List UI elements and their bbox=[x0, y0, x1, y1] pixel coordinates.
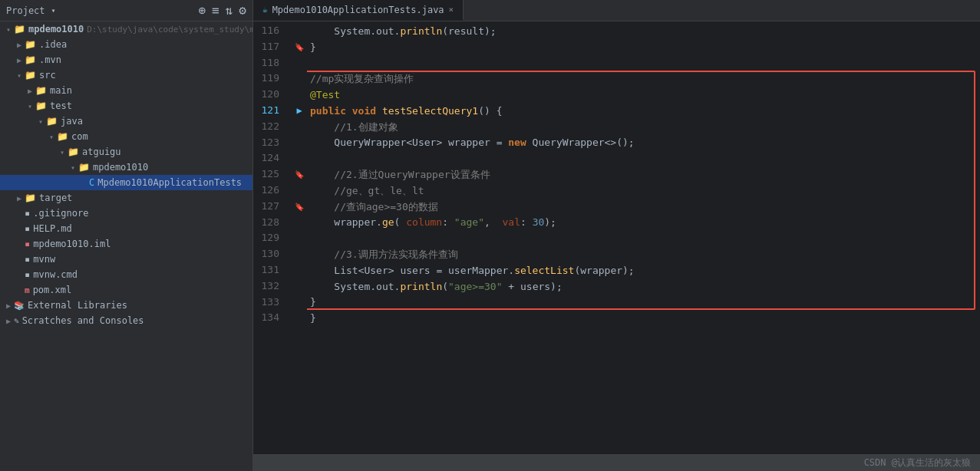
code-line-134: } bbox=[307, 310, 980, 326]
md-icon: ▪ bbox=[25, 223, 30, 234]
watermark-label: CSDN @认真生活的灰太狼 bbox=[864, 456, 971, 469]
sidebar-item-iml[interactable]: ▶ ▪ mpdemo1010.iml bbox=[0, 236, 252, 252]
folder-icon: 📁 bbox=[14, 24, 25, 35]
code-lines: System.out.println(result); } //mp实现复杂查询… bbox=[307, 23, 980, 326]
settings-icon[interactable]: ⚙ bbox=[239, 3, 246, 18]
editor-gutter: 🔖 ▶ 🔖 🔖 bbox=[292, 21, 307, 454]
sidebar-item-mvnw[interactable]: ▶ ▪ mvnw bbox=[0, 252, 252, 267]
highlight-wrapper: //mp实现复杂查询操作 @Test public void testSelec… bbox=[307, 71, 980, 310]
expand-arrow-target: ▶ bbox=[14, 194, 25, 203]
code-line-120: @Test bbox=[307, 87, 980, 103]
code-line-130: //3.调用方法实现条件查询 bbox=[307, 246, 980, 262]
folder-icon-idea: 📁 bbox=[25, 39, 36, 50]
sidebar-item-com[interactable]: ▾ 📁 com bbox=[0, 129, 252, 144]
code-line-131: List<User> users = userMapper.selectList… bbox=[307, 262, 980, 278]
scratch-icon: ✎ bbox=[14, 316, 19, 326]
sidebar-item-extlib[interactable]: ▶ 📚 External Libraries bbox=[0, 298, 252, 313]
iml-icon: ▪ bbox=[25, 239, 30, 249]
path-label: D:\study\java\code\system_study\mpd bbox=[87, 25, 253, 35]
code-editor[interactable]: 116 117 118 119 120 121 122 123 124 125 … bbox=[253, 21, 980, 454]
sidebar-icons: ⊕ ≡ ⇅ ⚙ bbox=[198, 3, 246, 18]
folder-icon-target: 📁 bbox=[25, 193, 36, 203]
dropdown-icon[interactable]: ▾ bbox=[51, 6, 56, 15]
bookmark-117: 🔖 bbox=[295, 43, 304, 51]
code-line-123: QueryWrapper<User> wrapper = new QueryWr… bbox=[307, 135, 980, 151]
sidebar-item-pom[interactable]: ▶ m pom.xml bbox=[0, 282, 252, 298]
add-icon[interactable]: ⊕ bbox=[198, 3, 206, 18]
code-line-117: } bbox=[307, 39, 980, 55]
bookmark-127: 🔖 bbox=[295, 203, 304, 211]
code-line-118 bbox=[307, 55, 980, 71]
top-bar: Project ▾ ⊕ ≡ ⇅ ⚙ ☕ Mpdemo1010Applicatio… bbox=[0, 0, 980, 21]
sidebar-item-help[interactable]: ▶ ▪ HELP.md bbox=[0, 221, 252, 236]
code-line-116: System.out.println(result); bbox=[307, 23, 980, 39]
sidebar-item-mpdemo1010[interactable]: ▾ 📁 mpdemo1010 D:\study\java\code\system… bbox=[0, 21, 252, 37]
sidebar-item-main[interactable]: ▶ 📁 main bbox=[0, 83, 252, 98]
folder-icon-atguigu: 📁 bbox=[68, 147, 79, 157]
mvnwcmd-icon: ▪ bbox=[25, 269, 30, 280]
code-line-121: public void testSelectQuery1() { bbox=[307, 103, 980, 119]
tab-filename: Mpdemo1010ApplicationTests.java bbox=[272, 5, 444, 15]
project-label[interactable]: Project bbox=[6, 5, 45, 16]
pom-icon: m bbox=[25, 285, 30, 295]
folder-icon-test: 📁 bbox=[35, 100, 47, 111]
expand-arrow-scratch: ▶ bbox=[3, 317, 14, 325]
mvnw-icon: ▪ bbox=[25, 254, 30, 265]
project-sidebar: ▾ 📁 mpdemo1010 D:\study\java\code\system… bbox=[0, 21, 253, 471]
structure-icon[interactable]: ≡ bbox=[212, 3, 219, 18]
sidebar-item-gitignore[interactable]: ▶ ▪ .gitignore bbox=[0, 206, 252, 221]
expand-arrow-src: ▾ bbox=[14, 71, 25, 80]
expand-arrow-com: ▾ bbox=[46, 133, 57, 141]
expand-arrow-extlib: ▶ bbox=[3, 301, 14, 310]
sidebar-item-test-file[interactable]: ▶ C Mpdemo1010ApplicationTests bbox=[0, 175, 252, 190]
expand-arrow-pkg: ▾ bbox=[68, 163, 78, 172]
folder-icon-pkg: 📁 bbox=[78, 162, 90, 173]
expand-arrow-idea: ▶ bbox=[14, 41, 25, 49]
expand-arrow-test: ▾ bbox=[25, 102, 35, 110]
code-line-124 bbox=[307, 150, 980, 166]
sort-icon[interactable]: ⇅ bbox=[226, 3, 233, 18]
sidebar-item-test[interactable]: ▾ 📁 test bbox=[0, 98, 252, 114]
run-icon-121[interactable]: ▶ bbox=[296, 105, 302, 116]
code-line-133: } bbox=[307, 295, 980, 311]
sidebar-item-scratch[interactable]: ▶ ✎ Scratches and Consoles bbox=[0, 313, 252, 328]
java-file-icon-sidebar: C bbox=[89, 177, 94, 188]
tab-bar: ☕ Mpdemo1010ApplicationTests.java × bbox=[253, 0, 980, 21]
expand-arrow-atguigu: ▾ bbox=[57, 148, 68, 156]
code-line-119: //mp实现复杂查询操作 bbox=[307, 71, 980, 87]
sidebar-item-mvnwcmd[interactable]: ▶ ▪ mvnw.cmd bbox=[0, 267, 252, 282]
code-line-126: //ge、gt、le、lt bbox=[307, 183, 980, 199]
code-content[interactable]: System.out.println(result); } //mp实现复杂查询… bbox=[307, 21, 980, 454]
expand-arrow-main: ▶ bbox=[25, 87, 35, 95]
gitignore-icon: ▪ bbox=[25, 208, 30, 219]
line-numbers: 116 117 118 119 120 121 122 123 124 125 … bbox=[253, 21, 292, 454]
expand-arrow: ▾ bbox=[3, 25, 14, 34]
tab-close-button[interactable]: × bbox=[449, 5, 454, 15]
code-editor-area: 116 117 118 119 120 121 122 123 124 125 … bbox=[253, 21, 980, 471]
folder-icon-java: 📁 bbox=[46, 116, 58, 127]
folder-icon-src: 📁 bbox=[25, 70, 36, 81]
main-area: ▾ 📁 mpdemo1010 D:\study\java\code\system… bbox=[0, 21, 980, 471]
folder-icon-mvn: 📁 bbox=[25, 54, 36, 65]
sidebar-item-atguigu[interactable]: ▾ 📁 atguigu bbox=[0, 144, 252, 160]
bottom-bar: CSDN @认真生活的灰太狼 bbox=[253, 454, 980, 471]
sidebar-item-mpdemo1010-pkg[interactable]: ▾ 📁 mpdemo1010 bbox=[0, 160, 252, 175]
folder-icon-com: 📁 bbox=[57, 131, 68, 142]
sidebar-header: Project ▾ ⊕ ≡ ⇅ ⚙ bbox=[0, 0, 253, 21]
sidebar-item-idea[interactable]: ▶ 📁 .idea bbox=[0, 37, 252, 52]
sidebar-item-target[interactable]: ▶ 📁 target bbox=[0, 190, 252, 206]
java-file-icon: ☕ bbox=[262, 5, 268, 15]
folder-icon-main: 📁 bbox=[35, 85, 47, 96]
code-line-128: wrapper.ge( column: "age", val: 30); bbox=[307, 215, 980, 231]
bookmark-125: 🔖 bbox=[295, 170, 304, 179]
sidebar-item-java[interactable]: ▾ 📁 java bbox=[0, 114, 252, 129]
sidebar-item-mvn[interactable]: ▶ 📁 .mvn bbox=[0, 52, 252, 68]
code-line-127: //查询age>=30的数据 bbox=[307, 199, 980, 215]
editor-tab[interactable]: ☕ Mpdemo1010ApplicationTests.java × bbox=[253, 0, 464, 21]
sidebar-item-src[interactable]: ▾ 📁 src bbox=[0, 68, 252, 83]
expand-arrow-mvn: ▶ bbox=[14, 56, 25, 64]
code-line-122: //1.创建对象 bbox=[307, 119, 980, 135]
expand-arrow-java: ▾ bbox=[35, 117, 46, 126]
code-line-125: //2.通过QueryWrapper设置条件 bbox=[307, 166, 980, 183]
extlib-icon: 📚 bbox=[14, 301, 25, 311]
